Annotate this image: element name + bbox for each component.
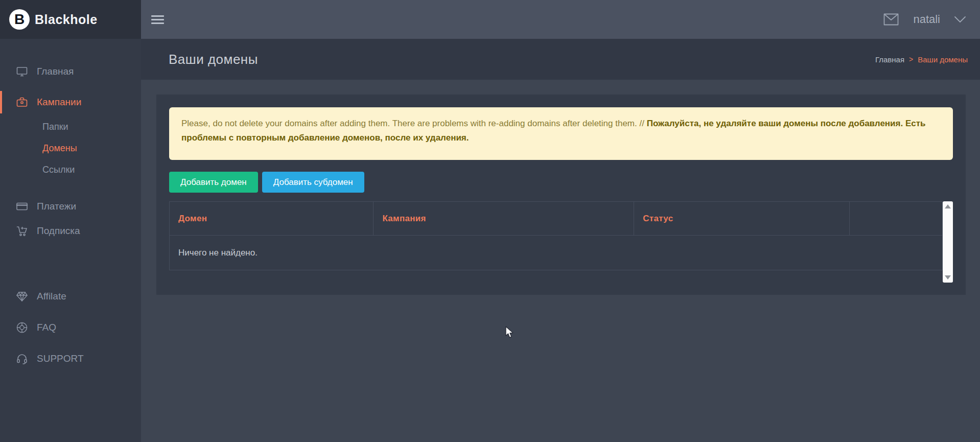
hamburger-menu-icon[interactable] [151,13,164,26]
sidebar-item-label: Главная [37,66,74,77]
column-header-domain: Домен [170,202,374,236]
sidebar-item-label: FAQ [37,322,56,333]
sidebar-item-label: Кампании [37,97,81,108]
mail-icon[interactable] [883,13,899,26]
breadcrumb-home-link[interactable]: Главная [875,55,904,64]
monitor-icon [16,65,28,78]
brand-logo-icon: B [9,9,30,30]
sidebar-item-label: Affilate [37,291,66,302]
sidebar-item-support[interactable]: SUPPORT [0,347,141,370]
sidebar: Главная Кампании Папки Домены Ссылки Пла… [0,39,141,442]
sidebar-item-label: Подписка [37,225,80,237]
username[interactable]: natali [913,13,940,26]
sidebar-item-domains[interactable]: Домены [0,139,141,157]
page-title: Ваши домены [169,52,258,67]
breadcrumb-separator: > [909,55,913,63]
sidebar-item-links[interactable]: Ссылки [0,160,141,179]
headset-icon [16,353,28,365]
warning-text-en: Please, do not delete your domains after… [181,119,647,128]
column-header-campaign: Кампания [374,202,634,236]
content-area: Please, do not delete your domains after… [141,80,980,442]
table-header-row: Домен Кампания Статус [170,202,943,236]
brand-logo[interactable]: B Blackhole [0,0,141,39]
scroll-down-icon[interactable] [945,275,951,280]
add-domain-button[interactable]: Добавить домен [169,172,258,193]
breadcrumb: Главная > Ваши домены [875,55,968,64]
add-subdomain-button[interactable]: Добавить субдомен [262,172,364,193]
empty-state-text: Ничего не найдено. [170,236,943,270]
brand-name: Blackhole [35,12,98,27]
warning-banner: Please, do not delete your domains after… [169,107,953,160]
lifebuoy-icon [16,321,28,334]
sidebar-item-home[interactable]: Главная [0,60,141,83]
sidebar-item-label: Домены [42,143,77,154]
domains-table: Домен Кампания Статус Ничего не найдено. [169,201,943,270]
sidebar-item-label: Ссылки [42,165,75,175]
column-header-actions [850,202,943,236]
domains-card: Please, do not delete your domains after… [156,95,966,295]
briefcase-icon [16,96,28,108]
column-header-status: Статус [634,202,850,236]
sidebar-item-label: SUPPORT [37,353,84,364]
sidebar-item-label: Платежи [37,201,76,212]
sidebar-item-payments[interactable]: Платежи [0,195,141,218]
sidebar-item-affiliate[interactable]: Affilate [0,285,141,308]
sidebar-item-subscription[interactable]: Подписка [0,220,141,242]
sidebar-item-faq[interactable]: FAQ [0,316,141,339]
scroll-up-icon[interactable] [945,204,951,208]
topbar: natali [141,0,980,39]
sidebar-item-label: Папки [42,122,68,132]
credit-card-icon [16,200,28,213]
page-header: Ваши домены Главная > Ваши домены [141,39,980,80]
cart-icon [16,225,28,237]
table-row: Ничего не найдено. [170,236,943,270]
domains-table-container: Домен Кампания Статус Ничего не найдено. [169,201,953,283]
chevron-down-icon[interactable] [954,16,966,23]
sidebar-item-campaigns[interactable]: Кампании [0,91,141,113]
table-scrollbar[interactable] [943,201,953,283]
gem-icon [16,290,28,303]
breadcrumb-current: Ваши домены [918,55,968,64]
sidebar-item-folders[interactable]: Папки [0,118,141,136]
